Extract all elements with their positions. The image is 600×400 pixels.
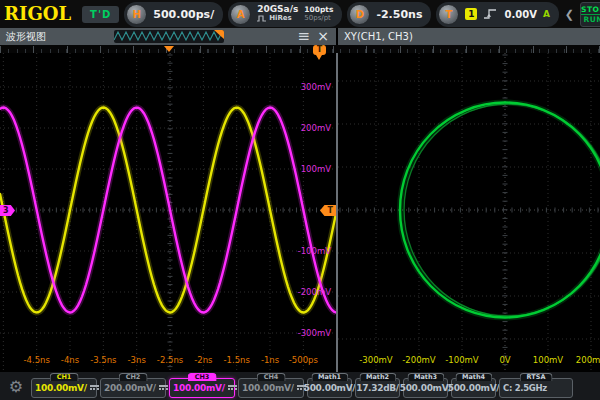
memory-depth: 100pts — [304, 5, 333, 14]
rigol-logo: RIGOL — [4, 1, 71, 27]
svg-text:200mV: 200mV — [301, 123, 332, 133]
svg-text:-1.5ns: -1.5ns — [223, 355, 250, 365]
trigger-level-value[interactable]: 0.00V — [504, 9, 536, 20]
svg-text:-4.5ns: -4.5ns — [23, 355, 50, 365]
trigger-knob-button[interactable]: T — [438, 4, 459, 25]
math2-status-box[interactable]: Math2 17.32dB/ — [355, 378, 400, 398]
acq-mode: HiRes — [269, 14, 292, 23]
rtsa-status-box[interactable]: RTSA C: 2.5GHz — [499, 378, 573, 398]
timebase-value[interactable]: 500.00ps/ — [153, 8, 214, 21]
top-toolbar: RIGOL T'D H 500.00ps/ A 20GSa/s HiRes 10… — [0, 0, 600, 28]
svg-text:-200mV: -200mV — [402, 355, 436, 365]
dc-coupling-icon — [228, 385, 237, 392]
svg-text:-2.5ns: -2.5ns — [157, 355, 184, 365]
ch2-status-box[interactable]: CH2 200.00mV/ — [100, 378, 166, 398]
dc-coupling-icon — [159, 385, 168, 392]
trigger-group: T 1 0.00V A — [436, 2, 558, 27]
delay-position-marker[interactable] — [164, 46, 174, 52]
horizontal-knob-button[interactable]: H — [126, 4, 147, 25]
trigger-position-marker[interactable]: T — [313, 45, 326, 55]
svg-text:100mV: 100mV — [301, 164, 332, 174]
ch1-status-box[interactable]: CH1 100.00mV/ — [31, 378, 97, 398]
acquisition-knob-button[interactable]: A — [230, 4, 251, 25]
square-wave-icon — [257, 15, 267, 22]
svg-text:-2ns: -2ns — [194, 355, 213, 365]
acquisition-group: A 20GSa/s HiRes 100pts 50ps/pt — [228, 2, 342, 27]
trigger-status-badge: T'D — [82, 6, 119, 23]
delay-group: D -2.50ns — [347, 2, 431, 27]
channel-status-bar: ⚙ CH1 100.00mV/ CH2 200.00mV/ CH3 100.00… — [0, 372, 600, 400]
svg-text:-200mV: -200mV — [298, 287, 332, 297]
waveform-view-panel[interactable]: 300mV200mV100mV-100mV-200mV-300mV-4.5ns-… — [0, 53, 336, 372]
toolbar-collapse-chevron[interactable]: ❮ — [565, 8, 574, 21]
menu-icon[interactable]: ≡ — [297, 28, 310, 45]
waveform-plot[interactable]: 300mV200mV100mV-100mV-200mV-300mV-4.5ns-… — [0, 53, 336, 372]
math4-status-box[interactable]: Math4 500.00mV/ — [451, 378, 496, 398]
panel-headers: 波形视图 ≡ × XY(CH1, CH3) — [0, 28, 600, 45]
waveform-preview-thumbnail[interactable] — [114, 30, 224, 43]
svg-text:-300mV: -300mV — [298, 328, 332, 338]
sample-rate: 20GSa/s — [257, 5, 298, 14]
rising-edge-icon — [483, 8, 498, 20]
math1-status-box[interactable]: Math1 500.00mV/ — [307, 378, 352, 398]
close-icon[interactable]: × — [317, 28, 329, 45]
svg-text:300mV: 300mV — [301, 82, 332, 92]
delay-knob-button[interactable]: D — [349, 4, 370, 25]
trigger-sweep-mode: A — [543, 9, 550, 19]
svg-text:100mV: 100mV — [533, 355, 564, 365]
svg-text:-1ns: -1ns — [261, 355, 280, 365]
sample-resolution: 50ps/pt — [304, 14, 333, 23]
math3-status-box[interactable]: Math3 500.00mV/ — [403, 378, 448, 398]
xy-view-header[interactable]: XY(CH1, CH3) — [338, 28, 600, 45]
xy-plot[interactable]: -300mV-200mV-100mV0V100mV200mV — [338, 53, 600, 372]
oscilloscope-screen: RIGOL T'D H 500.00ps/ A 20GSa/s HiRes 10… — [0, 0, 600, 400]
horizontal-position-ruler[interactable]: T — [0, 45, 600, 53]
waveform-view-header[interactable]: 波形视图 ≡ × — [0, 28, 336, 45]
stop-run-button[interactable]: STOP RUN — [580, 2, 600, 27]
ch3-status-box[interactable]: CH3 100.00mV/ — [169, 378, 235, 398]
svg-text:-3.5ns: -3.5ns — [90, 355, 117, 365]
ch4-status-box[interactable]: CH4 100.00mV/ — [238, 378, 304, 398]
horizontal-group: H 500.00ps/ — [124, 2, 223, 27]
plot-area: 300mV200mV100mV-100mV-200mV-300mV-4.5ns-… — [0, 53, 600, 372]
svg-text:200mV: 200mV — [576, 355, 600, 365]
svg-text:-100mV: -100mV — [445, 355, 479, 365]
settings-gear-icon[interactable]: ⚙ — [4, 376, 28, 398]
svg-text:-4ns: -4ns — [61, 355, 80, 365]
svg-text:0V: 0V — [499, 355, 510, 365]
delay-value[interactable]: -2.50ns — [376, 8, 422, 21]
svg-text:-100mV: -100mV — [298, 246, 332, 256]
waveform-view-title: 波形视图 — [0, 30, 46, 44]
xy-view-panel[interactable]: -300mV-200mV-100mV0V100mV200mV — [338, 53, 600, 372]
xy-view-title: XY(CH1, CH3) — [338, 31, 413, 42]
svg-text:-500ps: -500ps — [289, 355, 319, 365]
svg-text:-300mV: -300mV — [359, 355, 393, 365]
trigger-source-badge[interactable]: 1 — [465, 8, 477, 20]
svg-text:-3ns: -3ns — [128, 355, 147, 365]
dc-coupling-icon — [90, 385, 99, 392]
